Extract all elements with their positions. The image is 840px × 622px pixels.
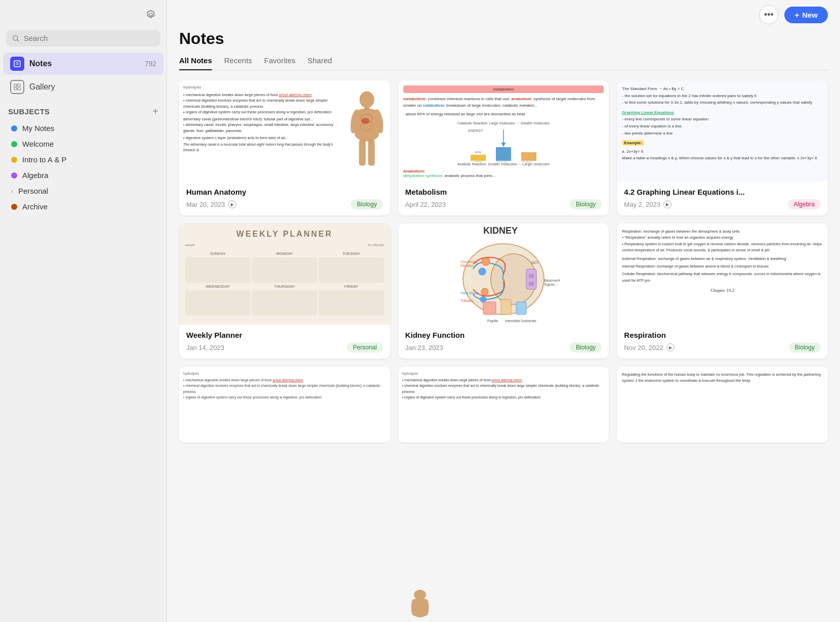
- content-area: Notes All Notes Recents Favorites Shared…: [167, 29, 840, 622]
- search-input[interactable]: [24, 34, 154, 42]
- tag-planner: Personal: [347, 342, 383, 352]
- note-card-bottom-2[interactable]: hydrolysis • mechanical digestion breaks…: [398, 367, 609, 442]
- tab-shared[interactable]: Shared: [308, 56, 332, 70]
- svg-text:Signac...: Signac...: [544, 283, 558, 287]
- play-button-algebra[interactable]: ▶: [663, 200, 671, 208]
- svg-rect-20: [496, 147, 511, 161]
- svg-text:ENERGY: ENERGY: [468, 129, 483, 132]
- tag-respiration: Biology: [789, 342, 821, 352]
- sidebar-item-notes[interactable]: Notes 792: [3, 53, 163, 75]
- page-title: Notes: [179, 29, 828, 48]
- sidebar-item-intro[interactable]: Intro to A & P: [3, 152, 163, 167]
- note-meta-planner: Jan 14, 2023 Personal: [186, 342, 383, 352]
- note-card-human-anatomy[interactable]: hydrolysis • mechanical digestion breaks…: [179, 80, 390, 215]
- svg-rect-17: [471, 155, 486, 161]
- notes-label: Notes: [29, 59, 52, 68]
- svg-text:DCT: DCT: [531, 261, 539, 264]
- sidebar: Notes 792 Gallery Subjects + My Notes We…: [0, 0, 167, 622]
- svg-point-30: [480, 296, 486, 302]
- note-meta-kidney: Jan 23, 2023 Biology: [405, 342, 602, 352]
- note-card-algebra[interactable]: The Standard Form → Ax • By = C - the so…: [617, 80, 828, 215]
- note-thumbnail-algebra: The Standard Form → Ax • By = C - the so…: [617, 80, 828, 182]
- note-thumbnail-respiration: Respiration: exchange of gases between t…: [617, 224, 828, 325]
- mynotes-dot: [11, 125, 17, 131]
- tab-recents[interactable]: Recents: [224, 56, 252, 70]
- note-title-respiration: Respiration: [624, 331, 821, 339]
- svg-line-1: [17, 39, 19, 41]
- more-icon: •••: [764, 10, 774, 20]
- note-thumbnail-planner: WEEKLY PLANNER week In Month SUNDAY MOND…: [179, 224, 390, 325]
- note-date-metabolism: April 22, 2023: [405, 201, 446, 208]
- note-title-anatomy: Human Anatomy: [186, 188, 383, 196]
- sidebar-item-gallery[interactable]: Gallery: [3, 76, 163, 98]
- sidebar-item-algebra[interactable]: Algebra: [3, 167, 163, 183]
- play-button-respiration[interactable]: ▶: [666, 343, 675, 351]
- svg-text:Filtration...: Filtration...: [460, 264, 477, 268]
- note-title-kidney: Kidney Function: [405, 331, 602, 339]
- note-card-footer-metabolism: Metabolism April 22, 2023 Biology: [398, 182, 609, 215]
- svg-rect-31: [526, 269, 536, 289]
- note-thumbnail-metabolism: metabolism metabolism: combined chemical…: [398, 80, 609, 182]
- algebra-dot: [11, 172, 17, 179]
- new-button-label: New: [802, 11, 818, 19]
- sidebar-item-welcome[interactable]: Welcome: [3, 136, 163, 152]
- archive-dot: [11, 204, 17, 210]
- note-card-footer-kidney: Kidney Function Jan 23, 2023 Biology: [398, 325, 609, 359]
- note-card-footer-algebra: 4.2 Graphing Linear Equations i... May 2…: [617, 182, 828, 215]
- note-meta-algebra: May 2, 2023 ▶ Algebra: [624, 199, 821, 209]
- gallery-label: Gallery: [29, 82, 55, 92]
- metabolism-diagram: ENERGY 60% HEAT Anabolic... Cellul: [463, 127, 544, 162]
- notes-count: 792: [145, 60, 156, 68]
- note-card-respiration[interactable]: Respiration: exchange of gases between t…: [617, 224, 828, 359]
- svg-rect-22: [521, 152, 536, 161]
- note-meta-respiration: Nov 20, 2022 ▶ Biology: [624, 342, 821, 352]
- personal-chevron-icon: ›: [11, 188, 13, 195]
- note-card-footer-planner: Weekly Planner Jan 14, 2023 Personal: [179, 325, 390, 359]
- subject-label-archive: Archive: [22, 202, 48, 211]
- sidebar-item-archive[interactable]: Archive: [3, 199, 163, 214]
- note-card-planner[interactable]: WEEKLY PLANNER week In Month SUNDAY MOND…: [179, 224, 390, 359]
- note-card-bottom-3[interactable]: Regulating the functions of the human bo…: [617, 367, 828, 442]
- svg-rect-5: [14, 84, 17, 86]
- svg-rect-32: [529, 274, 534, 278]
- gear-icon: [145, 9, 156, 20]
- notes-icon: [10, 57, 24, 71]
- main-content: ••• + New Notes All Notes Recents Favori…: [167, 0, 840, 622]
- tab-all-notes[interactable]: All Notes: [179, 56, 212, 70]
- notes-grid: hydrolysis • mechanical digestion breaks…: [179, 80, 828, 442]
- intro-dot: [11, 157, 17, 163]
- svg-text:Vasa Recta: Vasa Recta: [460, 291, 479, 295]
- svg-point-28: [479, 268, 486, 275]
- svg-point-12: [361, 118, 369, 124]
- settings-button[interactable]: [143, 7, 158, 24]
- svg-text:Papilla: Papilla: [487, 319, 498, 323]
- note-card-kidney[interactable]: KIDNEY: [398, 224, 609, 359]
- svg-point-29: [481, 288, 488, 295]
- tab-favorites[interactable]: Favorites: [264, 56, 296, 70]
- svg-rect-7: [14, 87, 17, 90]
- anatomy-figure-svg: [349, 91, 385, 171]
- subject-label-intro: Intro to A & P: [22, 155, 67, 164]
- note-card-metabolism[interactable]: metabolism metabolism: combined chemical…: [398, 80, 609, 215]
- svg-text:Interstitial Substrate: Interstitial Substrate: [505, 319, 536, 323]
- svg-rect-6: [18, 84, 20, 86]
- note-date-algebra: May 2, 2023: [624, 201, 660, 208]
- svg-text:60%: 60%: [475, 151, 482, 154]
- tag-anatomy: Biology: [351, 199, 383, 209]
- more-button[interactable]: •••: [759, 5, 778, 24]
- note-date-respiration: Nov 20, 2022: [624, 344, 663, 351]
- play-button-anatomy[interactable]: ▶: [228, 200, 236, 208]
- new-button[interactable]: + New: [784, 7, 828, 23]
- subject-label-welcome: Welcome: [22, 140, 54, 148]
- sidebar-item-mynotes[interactable]: My Notes: [3, 120, 163, 136]
- kidney-diagram-svg: KIDNEY: [433, 224, 574, 325]
- sidebar-item-personal[interactable]: › Personal: [3, 183, 163, 199]
- note-card-bottom-1[interactable]: hydrolysis • mechanical digestion breaks…: [179, 367, 390, 442]
- note-title-planner: Weekly Planner: [186, 331, 383, 339]
- add-subject-button[interactable]: +: [152, 106, 158, 116]
- svg-text:Tubules: Tubules: [460, 299, 473, 302]
- note-title-metabolism: Metabolism: [405, 188, 602, 196]
- tag-metabolism: Biology: [570, 199, 602, 209]
- search-icon: [12, 34, 20, 42]
- search-bar[interactable]: [6, 30, 160, 47]
